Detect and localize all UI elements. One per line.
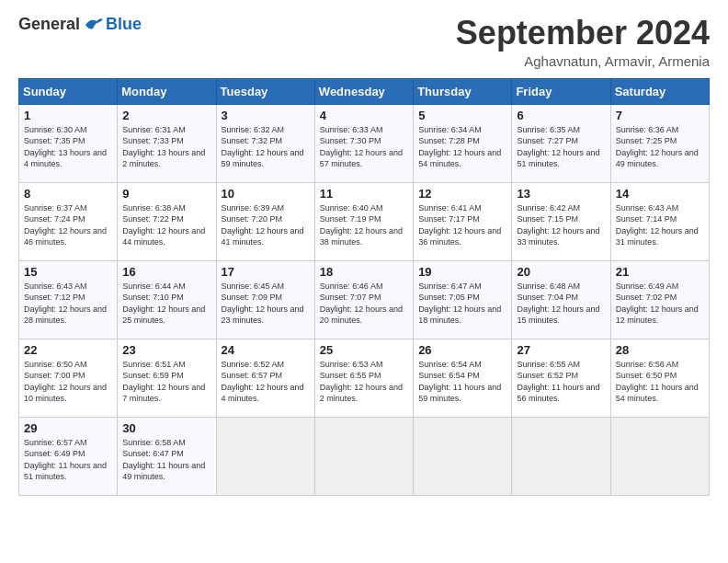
table-row: 3Sunrise: 6:32 AMSunset: 7:32 PMDaylight… <box>216 104 314 182</box>
table-row: 30Sunrise: 6:58 AMSunset: 6:47 PMDayligh… <box>118 417 216 495</box>
day-info: Sunrise: 6:34 AMSunset: 7:28 PMDaylight:… <box>418 124 506 170</box>
table-row: 15Sunrise: 6:43 AMSunset: 7:12 PMDayligh… <box>19 260 118 339</box>
day-number: 23 <box>122 343 210 357</box>
day-number: 2 <box>122 109 210 122</box>
table-row: 14Sunrise: 6:43 AMSunset: 7:14 PMDayligh… <box>610 182 709 260</box>
table-row: 24Sunrise: 6:52 AMSunset: 6:57 PMDayligh… <box>216 339 314 417</box>
table-row: 5Sunrise: 6:34 AMSunset: 7:28 PMDaylight… <box>414 104 512 182</box>
day-number: 12 <box>418 187 506 201</box>
calendar-week-row: 1Sunrise: 6:30 AMSunset: 7:35 PMDaylight… <box>19 104 710 182</box>
day-info: Sunrise: 6:45 AMSunset: 7:09 PMDaylight:… <box>222 281 310 327</box>
day-info: Sunrise: 6:43 AMSunset: 7:12 PMDaylight:… <box>24 281 112 327</box>
day-info: Sunrise: 6:46 AMSunset: 7:07 PMDaylight:… <box>320 281 408 327</box>
table-row <box>414 417 512 495</box>
table-row: 22Sunrise: 6:50 AMSunset: 7:00 PMDayligh… <box>19 339 118 417</box>
logo: General Blue <box>18 15 142 34</box>
day-info: Sunrise: 6:41 AMSunset: 7:17 PMDaylight:… <box>418 202 506 248</box>
calendar-week-row: 8Sunrise: 6:37 AMSunset: 7:24 PMDaylight… <box>19 182 710 260</box>
table-row <box>512 417 610 495</box>
table-row <box>610 417 709 495</box>
table-row: 8Sunrise: 6:37 AMSunset: 7:24 PMDaylight… <box>19 182 118 260</box>
table-row: 20Sunrise: 6:48 AMSunset: 7:04 PMDayligh… <box>512 260 610 339</box>
day-number: 21 <box>616 265 704 279</box>
day-info: Sunrise: 6:39 AMSunset: 7:20 PMDaylight:… <box>222 202 310 248</box>
day-number: 27 <box>517 343 605 357</box>
table-row: 4Sunrise: 6:33 AMSunset: 7:30 PMDaylight… <box>314 104 413 182</box>
day-info: Sunrise: 6:35 AMSunset: 7:27 PMDaylight:… <box>517 124 605 170</box>
day-info: Sunrise: 6:44 AMSunset: 7:10 PMDaylight:… <box>122 281 210 327</box>
day-number: 14 <box>616 187 704 201</box>
col-sunday: Sunday <box>19 78 118 104</box>
day-number: 4 <box>320 109 408 122</box>
day-info: Sunrise: 6:57 AMSunset: 6:49 PMDaylight:… <box>24 437 112 483</box>
table-row: 10Sunrise: 6:39 AMSunset: 7:20 PMDayligh… <box>216 182 314 260</box>
day-info: Sunrise: 6:54 AMSunset: 6:54 PMDaylight:… <box>418 359 506 405</box>
day-number: 16 <box>122 265 210 279</box>
day-info: Sunrise: 6:30 AMSunset: 7:35 PMDaylight:… <box>24 124 112 170</box>
table-row: 16Sunrise: 6:44 AMSunset: 7:10 PMDayligh… <box>118 260 216 339</box>
day-number: 28 <box>616 343 704 357</box>
page: General Blue September 2024 Aghavnatun, … <box>0 0 728 505</box>
day-number: 13 <box>517 187 605 201</box>
day-info: Sunrise: 6:49 AMSunset: 7:02 PMDaylight:… <box>616 281 704 327</box>
table-row: 18Sunrise: 6:46 AMSunset: 7:07 PMDayligh… <box>314 260 413 339</box>
day-number: 20 <box>517 265 605 279</box>
day-number: 11 <box>320 187 408 201</box>
table-row <box>314 417 413 495</box>
calendar-header-row: Sunday Monday Tuesday Wednesday Thursday… <box>19 78 710 104</box>
table-row: 27Sunrise: 6:55 AMSunset: 6:52 PMDayligh… <box>512 339 610 417</box>
table-row: 7Sunrise: 6:36 AMSunset: 7:25 PMDaylight… <box>610 104 709 182</box>
calendar-week-row: 22Sunrise: 6:50 AMSunset: 7:00 PMDayligh… <box>19 339 710 417</box>
table-row: 23Sunrise: 6:51 AMSunset: 6:59 PMDayligh… <box>118 339 216 417</box>
col-friday: Friday <box>512 78 610 104</box>
day-info: Sunrise: 6:48 AMSunset: 7:04 PMDaylight:… <box>517 281 605 327</box>
day-number: 3 <box>222 109 310 122</box>
col-saturday: Saturday <box>610 78 709 104</box>
table-row: 6Sunrise: 6:35 AMSunset: 7:27 PMDaylight… <box>512 104 610 182</box>
day-info: Sunrise: 6:32 AMSunset: 7:32 PMDaylight:… <box>222 124 310 170</box>
col-tuesday: Tuesday <box>216 78 314 104</box>
table-row: 29Sunrise: 6:57 AMSunset: 6:49 PMDayligh… <box>19 417 118 495</box>
day-info: Sunrise: 6:36 AMSunset: 7:25 PMDaylight:… <box>616 124 704 170</box>
calendar-week-row: 29Sunrise: 6:57 AMSunset: 6:49 PMDayligh… <box>19 417 710 495</box>
day-number: 25 <box>320 343 408 357</box>
day-number: 19 <box>418 265 506 279</box>
table-row: 9Sunrise: 6:38 AMSunset: 7:22 PMDaylight… <box>118 182 216 260</box>
day-info: Sunrise: 6:53 AMSunset: 6:55 PMDaylight:… <box>320 359 408 405</box>
logo-blue-text: Blue <box>106 15 142 34</box>
table-row: 28Sunrise: 6:56 AMSunset: 6:50 PMDayligh… <box>610 339 709 417</box>
day-number: 26 <box>418 343 506 357</box>
day-number: 30 <box>122 421 210 435</box>
day-info: Sunrise: 6:56 AMSunset: 6:50 PMDaylight:… <box>616 359 704 405</box>
day-number: 7 <box>616 109 704 122</box>
calendar-week-row: 15Sunrise: 6:43 AMSunset: 7:12 PMDayligh… <box>19 260 710 339</box>
col-wednesday: Wednesday <box>314 78 413 104</box>
day-info: Sunrise: 6:31 AMSunset: 7:33 PMDaylight:… <box>122 124 210 170</box>
month-title: September 2024 <box>456 15 710 52</box>
day-info: Sunrise: 6:58 AMSunset: 6:47 PMDaylight:… <box>122 437 210 483</box>
table-row: 26Sunrise: 6:54 AMSunset: 6:54 PMDayligh… <box>414 339 512 417</box>
title-block: September 2024 Aghavnatun, Armavir, Arme… <box>456 15 710 69</box>
table-row: 1Sunrise: 6:30 AMSunset: 7:35 PMDaylight… <box>19 104 118 182</box>
day-info: Sunrise: 6:47 AMSunset: 7:05 PMDaylight:… <box>418 281 506 327</box>
day-info: Sunrise: 6:51 AMSunset: 6:59 PMDaylight:… <box>122 359 210 405</box>
day-number: 9 <box>122 187 210 201</box>
day-info: Sunrise: 6:52 AMSunset: 6:57 PMDaylight:… <box>222 359 310 405</box>
day-number: 15 <box>24 265 112 279</box>
table-row <box>216 417 314 495</box>
calendar-table: Sunday Monday Tuesday Wednesday Thursday… <box>18 78 710 496</box>
day-number: 18 <box>320 265 408 279</box>
day-info: Sunrise: 6:40 AMSunset: 7:19 PMDaylight:… <box>320 202 408 248</box>
day-number: 8 <box>24 187 112 201</box>
day-info: Sunrise: 6:42 AMSunset: 7:15 PMDaylight:… <box>517 202 605 248</box>
day-number: 10 <box>222 187 310 201</box>
col-thursday: Thursday <box>414 78 512 104</box>
table-row: 21Sunrise: 6:49 AMSunset: 7:02 PMDayligh… <box>610 260 709 339</box>
day-info: Sunrise: 6:43 AMSunset: 7:14 PMDaylight:… <box>616 202 704 248</box>
table-row: 11Sunrise: 6:40 AMSunset: 7:19 PMDayligh… <box>314 182 413 260</box>
location-subtitle: Aghavnatun, Armavir, Armenia <box>456 53 710 69</box>
table-row: 2Sunrise: 6:31 AMSunset: 7:33 PMDaylight… <box>118 104 216 182</box>
logo-general-text: General <box>18 15 80 34</box>
day-number: 5 <box>418 109 506 122</box>
table-row: 12Sunrise: 6:41 AMSunset: 7:17 PMDayligh… <box>414 182 512 260</box>
